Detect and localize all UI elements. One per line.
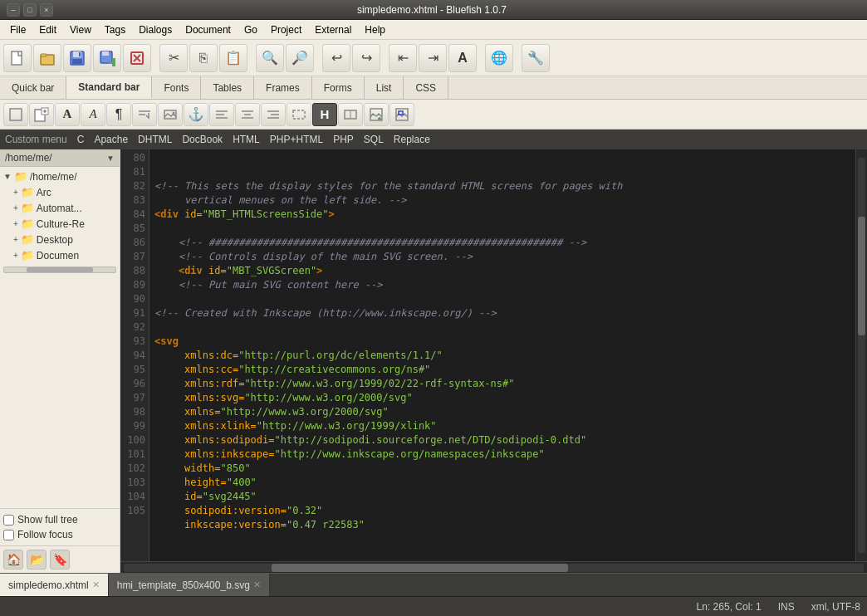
menu-go[interactable]: Go	[238, 22, 264, 37]
editor-horizontal-scrollbar[interactable]	[120, 561, 867, 573]
titlebar-controls[interactable]: – □ ×	[7, 3, 53, 17]
sidebar-icon-2[interactable]: 📂	[27, 550, 47, 570]
menu-view[interactable]: View	[63, 22, 98, 37]
tab-hmi-template[interactable]: hmi_template_850x400_b.svg ✕	[109, 574, 270, 596]
copy-button[interactable]: ⎘	[189, 44, 218, 72]
custom-menu-sql[interactable]: SQL	[364, 134, 384, 145]
html-page-button[interactable]	[3, 103, 28, 126]
tab-tables[interactable]: Tables	[201, 76, 254, 99]
heading-button[interactable]: H	[312, 103, 337, 126]
tab-close-simpledemo[interactable]: ✕	[92, 579, 100, 590]
menu-file[interactable]: File	[3, 22, 32, 37]
tab-standardbar[interactable]: Standard bar	[66, 76, 152, 99]
html-newpage-button[interactable]	[29, 103, 54, 126]
tab-forms[interactable]: Forms	[312, 76, 365, 99]
scroll-thumb-x[interactable]	[272, 564, 567, 572]
custom-menu-dhtml[interactable]: DHTML	[138, 134, 172, 145]
spell-button[interactable]: A	[448, 44, 477, 72]
menu-edit[interactable]: Edit	[32, 22, 63, 37]
tree-item-automat[interactable]: + 📁 Automat...	[0, 200, 120, 216]
line-num: 93	[120, 335, 145, 349]
close-button[interactable]: ×	[40, 3, 53, 17]
tab-quickbar[interactable]: Quick bar	[0, 76, 66, 99]
code-content[interactable]: <!-- This sets the display styles for th…	[149, 149, 855, 561]
follow-focus-input[interactable]	[3, 530, 14, 540]
expand-icon: ▼	[3, 172, 12, 181]
menu-tags[interactable]: Tags	[98, 22, 132, 37]
image-button[interactable]	[158, 103, 183, 126]
meta-button[interactable]	[338, 103, 363, 126]
bold-button[interactable]: A	[55, 103, 80, 126]
image-map-button[interactable]	[389, 103, 414, 126]
settings-button[interactable]: 🔧	[522, 44, 550, 72]
menu-help[interactable]: Help	[358, 22, 392, 37]
line-num: 94	[120, 349, 145, 363]
menu-external[interactable]: External	[308, 22, 358, 37]
tree-item-desktop[interactable]: + 📁 Desktop	[0, 232, 120, 247]
save-button[interactable]	[63, 44, 91, 72]
sidebar-icon-1[interactable]: 🏠	[3, 550, 23, 570]
tree-item-home[interactable]: ▼ 📁 /home/me/	[0, 169, 120, 184]
main-toolbar: ✂ ⎘ 📋 🔍 🔎 ↩ ↪ ⇤ ⇥ A 🌐 🔧	[0, 40, 867, 76]
show-full-tree-checkbox[interactable]: Show full tree	[3, 512, 116, 527]
tree-item-documen[interactable]: + 📁 Documen	[0, 247, 120, 263]
show-full-tree-input[interactable]	[3, 515, 14, 526]
svg-rect-8	[102, 51, 109, 56]
tab-css[interactable]: CSS	[404, 76, 448, 99]
right-align-button[interactable]	[261, 103, 286, 126]
paste-button[interactable]: 📋	[219, 44, 247, 72]
custom-menu-html[interactable]: HTML	[233, 134, 260, 145]
custom-menu-replace[interactable]: Replace	[394, 134, 430, 145]
custom-menu-docbook[interactable]: DocBook	[182, 134, 223, 145]
insert-image-button[interactable]	[364, 103, 389, 126]
left-align-button[interactable]	[209, 103, 234, 126]
div-button[interactable]	[287, 103, 311, 126]
custom-menu-label: Custom menu	[5, 134, 67, 145]
tab-simpledemo[interactable]: simpledemo.xhtml ✕	[0, 574, 109, 596]
save-as-button[interactable]	[93, 44, 121, 72]
tree-item-culture[interactable]: + 📁 Culture-Re	[0, 216, 120, 232]
custom-menu-php[interactable]: PHP	[333, 134, 354, 145]
show-full-tree-label: Show full tree	[17, 514, 78, 526]
anchor-button[interactable]: ⚓	[184, 103, 208, 126]
sidebar-scroll[interactable]	[3, 266, 116, 273]
center-align-button[interactable]	[235, 103, 260, 126]
indent-right-button[interactable]: ⇥	[419, 44, 447, 72]
custom-menu-bar: Custom menu C Apache DHTML DocBook HTML …	[0, 130, 867, 149]
maximize-button[interactable]: □	[23, 3, 37, 17]
tab-close-hmi[interactable]: ✕	[253, 579, 261, 590]
paragraph-button[interactable]: ¶	[106, 103, 131, 126]
advanced-find-button[interactable]: 🔎	[286, 44, 314, 72]
open-button[interactable]	[33, 44, 61, 72]
indent-left-button[interactable]: ⇤	[389, 44, 417, 72]
sidebar-collapse-button[interactable]: ▼	[106, 154, 115, 163]
tree-item-arc[interactable]: + 📁 Arc	[0, 184, 120, 200]
break-button[interactable]	[132, 103, 157, 126]
custom-menu-phphtml[interactable]: PHP+HTML	[270, 134, 323, 145]
editor-vertical-scrollbar[interactable]	[855, 149, 867, 561]
line-num: 96	[120, 377, 145, 391]
minimize-button[interactable]: –	[7, 3, 20, 17]
undo-button[interactable]: ↩	[322, 44, 350, 72]
custom-menu-c[interactable]: C	[77, 134, 85, 145]
menu-project[interactable]: Project	[264, 22, 308, 37]
custom-menu-apache[interactable]: Apache	[94, 134, 128, 145]
follow-focus-checkbox[interactable]: Follow focus	[3, 527, 116, 542]
close-file-button[interactable]	[123, 44, 151, 72]
tab-list[interactable]: List	[365, 76, 404, 99]
menu-dialogs[interactable]: Dialogs	[132, 22, 179, 37]
cut-button[interactable]: ✂	[159, 44, 188, 72]
menu-document[interactable]: Document	[179, 22, 238, 37]
tab-frames[interactable]: Frames	[254, 76, 312, 99]
tab-fonts[interactable]: Fonts	[152, 76, 201, 99]
redo-button[interactable]: ↪	[352, 44, 380, 72]
italic-button[interactable]: A	[81, 103, 105, 126]
find-button[interactable]: 🔍	[256, 44, 284, 72]
sidebar-icon-3[interactable]: 🔖	[50, 550, 70, 570]
line-num: 89	[120, 278, 145, 292]
code-editor: 80 81 82 83 84 85 86 87 88 89 90 91 92 9…	[120, 149, 867, 573]
browser-preview-button[interactable]: 🌐	[485, 44, 513, 72]
scroll-thumb-y[interactable]	[858, 217, 865, 335]
svg-rect-0	[12, 51, 22, 65]
new-button[interactable]	[3, 44, 32, 72]
